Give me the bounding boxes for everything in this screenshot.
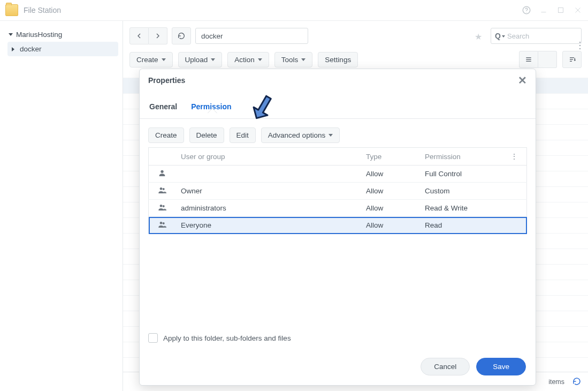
window-title: File Station	[24, 6, 61, 14]
chevron-right-icon	[12, 47, 17, 51]
table-row[interactable]: AllowFull Control	[149, 166, 527, 183]
row-name: administrators	[175, 200, 361, 217]
column-menu-icon[interactable]: ⋯	[575, 41, 586, 50]
dialog-title: Properties	[148, 76, 185, 85]
svg-point-19	[163, 222, 165, 224]
row-type: Allow	[361, 200, 419, 217]
row-type: Allow	[361, 183, 419, 200]
row-name: Owner	[175, 183, 361, 200]
search-icon[interactable]: Q	[495, 32, 505, 40]
tree-root-label: MariusHosting	[16, 31, 62, 39]
svg-point-17	[163, 205, 165, 207]
sidebar: MariusHosting docker	[0, 21, 123, 391]
user-icon	[158, 169, 166, 179]
tree-child-label: docker	[20, 45, 42, 53]
col-perm[interactable]: Permission	[419, 148, 505, 166]
table-row[interactable]: administratorsAllowRead & Write	[149, 200, 527, 217]
svg-point-13	[161, 170, 163, 173]
help-icon[interactable]	[522, 5, 531, 15]
path-input[interactable]	[195, 28, 308, 44]
col-type[interactable]: Type	[361, 148, 419, 166]
nav-back-forward	[129, 27, 167, 44]
close-icon[interactable]	[573, 5, 583, 15]
svg-point-16	[160, 205, 163, 207]
apply-recursive-label: Apply to this folder, sub-folders and fi…	[163, 334, 291, 342]
back-button[interactable]	[129, 27, 149, 44]
titlebar: File Station	[0, 0, 588, 21]
perm-delete-button[interactable]: Delete	[189, 127, 224, 143]
dialog-close-button[interactable]: ✕	[518, 74, 527, 87]
apply-recursive-checkbox[interactable]	[148, 333, 158, 343]
table-row[interactable]: EveryoneAllowRead	[149, 217, 527, 234]
group-icon	[158, 203, 166, 213]
save-button[interactable]: Save	[476, 358, 526, 375]
svg-point-1	[526, 12, 526, 12]
maximize-icon[interactable]	[556, 5, 566, 15]
svg-point-14	[160, 187, 163, 190]
perm-advanced-button[interactable]: Advanced options	[261, 127, 340, 143]
svg-point-18	[160, 222, 163, 224]
tab-general[interactable]: General	[148, 96, 178, 118]
row-type: Allow	[361, 217, 419, 234]
perm-edit-button[interactable]: Edit	[230, 127, 256, 143]
svg-rect-3	[559, 8, 563, 13]
forward-button[interactable]	[149, 27, 167, 44]
row-name: Everyone	[175, 217, 361, 234]
row-type: Allow	[361, 166, 419, 183]
row-perm: Read & Write	[419, 200, 505, 217]
properties-dialog: Properties ✕ General Permission Create D…	[139, 69, 536, 386]
group-icon	[158, 186, 166, 196]
app-folder-icon	[5, 4, 18, 16]
permission-table: User or group Type Permission ⋮ AllowFul…	[148, 147, 527, 234]
favorite-star-icon[interactable]: ★	[475, 32, 482, 42]
cancel-button[interactable]: Cancel	[421, 358, 470, 375]
row-perm: Read	[419, 217, 505, 234]
col-user[interactable]: User or group	[175, 148, 361, 166]
col-menu-icon[interactable]: ⋮	[505, 148, 527, 166]
row-perm: Custom	[419, 183, 505, 200]
items-count-label: items	[548, 378, 564, 386]
minimize-icon[interactable]	[539, 5, 548, 15]
group-icon	[158, 220, 166, 230]
perm-create-button[interactable]: Create	[148, 127, 184, 143]
row-perm: Full Control	[419, 166, 505, 183]
table-row[interactable]: OwnerAllowCustom	[149, 183, 527, 200]
refresh-button[interactable]	[172, 27, 191, 44]
chevron-down-icon	[9, 33, 13, 36]
tab-permission[interactable]: Permission	[190, 96, 232, 118]
svg-point-15	[163, 188, 165, 190]
tree-root[interactable]: MariusHosting	[4, 27, 118, 42]
tree-item-docker[interactable]: docker	[7, 42, 118, 56]
row-name	[175, 166, 361, 183]
status-refresh-icon[interactable]	[572, 377, 582, 388]
